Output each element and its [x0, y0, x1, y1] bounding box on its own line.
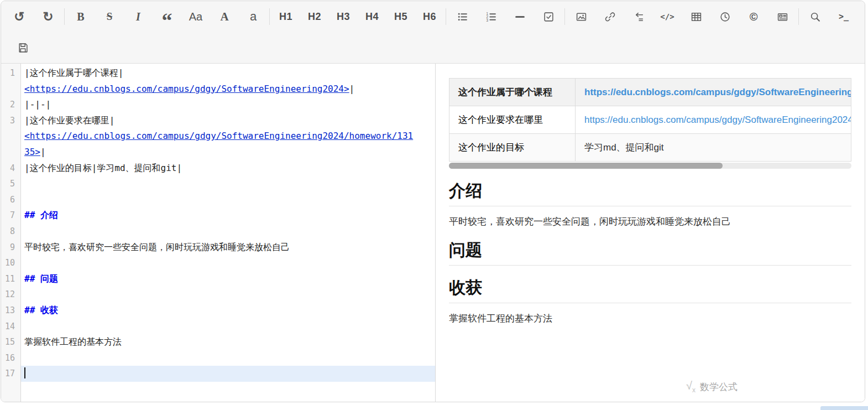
editor-line[interactable]: 15掌握软件工程的基本方法: [1, 334, 435, 350]
undo-button[interactable]: ↺: [11, 7, 28, 26]
editor-text: 掌握软件工程的基本方法: [24, 336, 122, 347]
editor-line[interactable]: 5: [1, 176, 435, 192]
bold-button[interactable]: B: [72, 7, 89, 26]
editor-line-content: 平时较宅，喜欢研究一些安全问题，闲时玩玩游戏和睡觉来放松自己: [21, 240, 435, 256]
search-button[interactable]: [807, 7, 823, 26]
line-number: 11: [1, 271, 21, 287]
editor-line-content: <https://edu.cnblogs.com/campus/gdgy/Sof…: [21, 81, 435, 97]
editor-line[interactable]: 13## 收获: [1, 303, 435, 319]
toolbar-separator: [64, 8, 65, 25]
table-cell-value: https://edu.cnblogs.com/campus/gdgy/Soft…: [576, 79, 851, 106]
editor-pane[interactable]: 1|这个作业属于哪个课程|<https://edu.cnblogs.com/ca…: [1, 64, 435, 402]
text-cursor: [24, 367, 25, 378]
svg-text:3: 3: [486, 18, 488, 22]
editor-line[interactable]: 10: [1, 255, 435, 271]
checklist-icon: [543, 11, 555, 23]
toolbar: ↺↻BSI“AaAaH1H2H3H4H5H6123</>©>_: [1, 1, 865, 64]
line-number: 2: [1, 97, 21, 113]
font-size-button[interactable]: Aa: [187, 7, 204, 26]
table-scrollbar-thumb[interactable]: [449, 163, 723, 169]
editor-link[interactable]: 35>: [24, 147, 40, 157]
editor-line-content: [21, 350, 435, 366]
heading-5-button[interactable]: H5: [393, 7, 409, 26]
preview-link[interactable]: https://edu.cnblogs.com/campus/gdgy/Soft…: [584, 115, 851, 125]
editor-line[interactable]: 17: [1, 366, 435, 382]
editor-line[interactable]: 16: [1, 350, 435, 366]
clock-icon: [719, 11, 731, 23]
save-icon: [17, 42, 29, 54]
editor-line[interactable]: 9平时较宅，喜欢研究一些安全问题，闲时玩玩游戏和睡觉来放松自己: [1, 240, 435, 256]
newspaper-button[interactable]: [774, 7, 791, 26]
editor-line[interactable]: 3|这个作业要求在哪里|: [1, 113, 435, 129]
save-button[interactable]: [14, 38, 31, 57]
copyright-button[interactable]: ©: [745, 7, 762, 26]
checklist-button[interactable]: [540, 7, 557, 26]
editor-line[interactable]: 4|这个作业的目标|学习md、提问和git|: [1, 160, 435, 177]
italic-button[interactable]: I: [130, 7, 147, 26]
preview-heading: 问题: [449, 239, 851, 266]
editor-text: 平时较宅，喜欢研究一些安全问题，闲时玩玩游戏和睡觉来放松自己: [24, 242, 290, 252]
quote-button[interactable]: “: [159, 7, 175, 26]
line-number: 15: [1, 334, 21, 350]
line-number: 6: [1, 192, 21, 208]
image-icon: [576, 11, 587, 23]
ol-icon: 123: [485, 11, 497, 23]
serif-font-button[interactable]: A: [216, 7, 233, 26]
table-scrollbar-track: [449, 163, 851, 169]
heading-2-button[interactable]: H2: [306, 7, 323, 26]
code-button[interactable]: </>: [659, 7, 676, 26]
heading-4-button[interactable]: H4: [364, 7, 380, 26]
toolbar-separator: [798, 8, 799, 25]
line-number: 4: [1, 160, 21, 177]
monitor-button[interactable]: [864, 7, 865, 26]
editor-line[interactable]: 12: [1, 287, 435, 303]
toc-icon: [633, 11, 645, 23]
editor-text: |这个作业要求在哪里|: [24, 115, 114, 126]
horizontal-rule-button[interactable]: [511, 7, 528, 26]
clock-button[interactable]: [717, 7, 733, 26]
editor-line-content: [21, 287, 435, 303]
editor-line[interactable]: 7## 介绍: [1, 207, 435, 224]
editor-line[interactable]: 14: [1, 319, 435, 335]
editor-text: |-|-|: [24, 99, 51, 110]
line-number: [1, 81, 21, 97]
redo-button[interactable]: ↻: [40, 7, 56, 26]
strikethrough-button[interactable]: S: [101, 7, 118, 26]
small-font-button[interactable]: a: [245, 7, 262, 26]
editor-line[interactable]: 11## 问题: [1, 271, 435, 287]
heading-6-button[interactable]: H6: [421, 7, 438, 26]
image-button[interactable]: [573, 7, 589, 26]
line-number: 8: [1, 224, 21, 240]
terminal-button[interactable]: >_: [835, 7, 852, 26]
editor-line-content: <https://edu.cnblogs.com/campus/gdgy/Sof…: [21, 128, 435, 144]
link-icon: [604, 11, 616, 23]
ordered-list-button[interactable]: 123: [483, 7, 499, 26]
app-frame: ↺↻BSI“AaAaH1H2H3H4H5H6123</>©>_ 1|这个作业属于…: [1, 1, 865, 402]
preview-link[interactable]: https://edu.cnblogs.com/campus/gdgy/Soft…: [584, 87, 851, 97]
editor-line[interactable]: 35>|: [1, 144, 435, 160]
table-icon: [691, 11, 702, 23]
editor-line[interactable]: 1|这个作业属于哪个课程|: [1, 65, 435, 81]
unordered-list-button[interactable]: [454, 7, 470, 26]
editor-text: |: [40, 147, 46, 157]
table-row: 这个作业的目标学习md、提问和git: [449, 134, 851, 162]
editor-link[interactable]: <https://edu.cnblogs.com/campus/gdgy/Sof…: [24, 84, 349, 94]
toc-button[interactable]: [630, 7, 647, 26]
editor-line[interactable]: <https://edu.cnblogs.com/campus/gdgy/Sof…: [1, 128, 435, 144]
math-sqrt-icon: √x: [686, 380, 696, 394]
math-formula-button[interactable]: √x 数学公式: [686, 380, 738, 394]
heading-1-button[interactable]: H1: [278, 7, 294, 26]
editor-line-content: ## 问题: [21, 271, 435, 287]
table-row: 这个作业属于哪个课程https://edu.cnblogs.com/campus…: [449, 79, 851, 106]
toolbar-separator: [564, 8, 565, 25]
editor-heading-token: ## 介绍: [24, 210, 58, 220]
editor-line[interactable]: 2|-|-|: [1, 97, 435, 113]
editor-lines: 1|这个作业属于哪个课程|<https://edu.cnblogs.com/ca…: [1, 65, 435, 382]
heading-3-button[interactable]: H3: [335, 7, 352, 26]
editor-link[interactable]: <https://edu.cnblogs.com/campus/gdgy/Sof…: [24, 131, 413, 141]
link-button[interactable]: [602, 7, 618, 26]
editor-line[interactable]: 8: [1, 224, 435, 240]
table-button[interactable]: [688, 7, 704, 26]
editor-line[interactable]: <https://edu.cnblogs.com/campus/gdgy/Sof…: [1, 81, 435, 97]
editor-line[interactable]: 6: [1, 192, 435, 208]
